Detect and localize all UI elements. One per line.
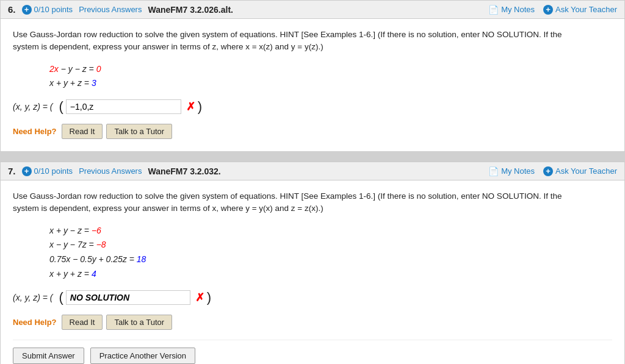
eq-part-1-1: 2x	[49, 64, 59, 74]
paren-left-1: (	[59, 100, 63, 113]
answer-row-2: (x, y, z) = ((✗)	[13, 290, 612, 305]
question-number-2: 7.	[8, 166, 16, 176]
eq-part-1-1: − y − z =	[59, 64, 96, 74]
read-it-btn-1[interactable]: Read It	[62, 124, 103, 139]
need-help-label-1: Need Help?	[13, 127, 57, 136]
question-header-2: 7. + 0/10 points Previous Answers WaneFM…	[1, 162, 624, 180]
answer-label-2: (x, y, z) = (	[13, 293, 52, 302]
ask-teacher-btn-1[interactable]: + Ask Your Teacher	[543, 5, 617, 15]
answer-input-1[interactable]	[66, 99, 181, 114]
talk-to-tutor-btn-2[interactable]: Talk to a Tutor	[106, 315, 172, 330]
eq-part-1-1: 0	[96, 64, 101, 74]
eq-part-2-2: x − y − 7z =	[49, 240, 96, 249]
eq-part-1-2: 3	[92, 78, 96, 88]
question-text-1: Use Gauss-Jordan row reduction to solve …	[13, 29, 612, 54]
read-it-btn-2[interactable]: Read It	[62, 315, 103, 330]
plus-circle-2: +	[22, 166, 32, 176]
equation-line-1-2: x + y + z = 3	[49, 76, 612, 91]
help-row-2: Need Help?Read ItTalk to a Tutor	[13, 315, 612, 330]
ask-teacher-plus-2: +	[543, 166, 553, 176]
points-label-2: 0/10 points	[34, 166, 73, 176]
need-help-label-2: Need Help?	[13, 318, 57, 327]
equations-block-2: x + y − z = −6 x − y − 7z = −80.75x − 0.…	[49, 224, 612, 282]
question-header-1: 6. + 0/10 points Previous Answers WaneFM…	[1, 1, 624, 19]
notes-icon-2: 📄	[488, 166, 499, 176]
paren-left-2: (	[59, 291, 63, 304]
my-notes-btn-1[interactable]: 📄 My Notes	[488, 5, 535, 15]
my-notes-label-1: My Notes	[501, 5, 535, 14]
action-row-2: Submit AnswerPractice Another Version	[13, 340, 612, 364]
help-row-1: Need Help?Read ItTalk to a Tutor	[13, 124, 612, 139]
points-label-1: 0/10 points	[34, 5, 73, 14]
equations-block-1: 2x − y − z = 0 x + y + z = 3	[49, 62, 612, 91]
ask-teacher-btn-2[interactable]: + Ask Your Teacher	[543, 166, 617, 176]
eq-part-1-2: x + y + z =	[49, 78, 92, 88]
x-mark-2[interactable]: ✗	[195, 291, 204, 304]
equation-line-2-1: x + y − z = −6	[49, 224, 612, 238]
eq-part-2-1: x + y − z =	[49, 226, 92, 235]
my-notes-label-2: My Notes	[501, 166, 535, 176]
submit-answer-btn-2[interactable]: Submit Answer	[13, 348, 84, 364]
ask-teacher-plus-1: +	[543, 5, 553, 15]
ask-teacher-label-2: Ask Your Teacher	[555, 166, 617, 176]
points-btn-2[interactable]: + 0/10 points	[22, 166, 73, 176]
assignment-title-2: WaneFM7 3.2.032.	[148, 166, 482, 176]
question-block-1: 6. + 0/10 points Previous Answers WaneFM…	[0, 0, 625, 152]
eq-part-2-3: 18	[137, 254, 146, 264]
paren-right-1: )	[198, 100, 202, 113]
header-right-1: 📄 My Notes + Ask Your Teacher	[488, 5, 617, 15]
prev-answers-1[interactable]: Previous Answers	[79, 5, 142, 14]
equation-line-1-1: 2x − y − z = 0	[49, 62, 612, 77]
eq-part-2-2: −8	[96, 240, 106, 249]
paren-right-2: )	[207, 291, 211, 304]
question-text-2: Use Gauss-Jordan row reduction to solve …	[13, 190, 612, 215]
equation-line-2-2: x − y − 7z = −8	[49, 238, 612, 252]
my-notes-btn-2[interactable]: 📄 My Notes	[488, 166, 535, 176]
answer-row-1: (x, y, z) = ((✗)	[13, 99, 612, 114]
practice-another-btn-2[interactable]: Practice Another Version	[90, 348, 195, 364]
answer-label-1: (x, y, z) = (	[13, 102, 52, 112]
notes-icon-1: 📄	[488, 5, 499, 15]
points-btn-1[interactable]: + 0/10 points	[22, 5, 73, 15]
question-body-2: Use Gauss-Jordan row reduction to solve …	[1, 180, 624, 364]
question-block-2: 7. + 0/10 points Previous Answers WaneFM…	[0, 162, 625, 364]
page-wrapper: 6. + 0/10 points Previous Answers WaneFM…	[0, 0, 625, 364]
eq-part-2-4: x + y + z =	[49, 269, 92, 279]
plus-circle-1: +	[22, 5, 32, 15]
question-body-1: Use Gauss-Jordan row reduction to solve …	[1, 19, 624, 151]
eq-part-2-3: 0.75x − 0.5y + 0.25z =	[49, 254, 137, 264]
talk-to-tutor-btn-1[interactable]: Talk to a Tutor	[106, 124, 172, 139]
question-number-1: 6.	[8, 4, 16, 15]
header-right-2: 📄 My Notes + Ask Your Teacher	[488, 166, 617, 176]
answer-input-2[interactable]	[66, 290, 190, 305]
ask-teacher-label-1: Ask Your Teacher	[555, 5, 617, 14]
eq-part-2-4: 4	[92, 269, 96, 279]
prev-answers-2[interactable]: Previous Answers	[79, 166, 142, 176]
equation-line-2-4: x + y + z = 4	[49, 267, 612, 282]
eq-part-2-1: −6	[92, 226, 101, 235]
equation-line-2-3: 0.75x − 0.5y + 0.25z = 18	[49, 252, 612, 267]
x-mark-1[interactable]: ✗	[186, 100, 195, 113]
assignment-title-1: WaneFM7 3.2.026.alt.	[148, 5, 482, 15]
